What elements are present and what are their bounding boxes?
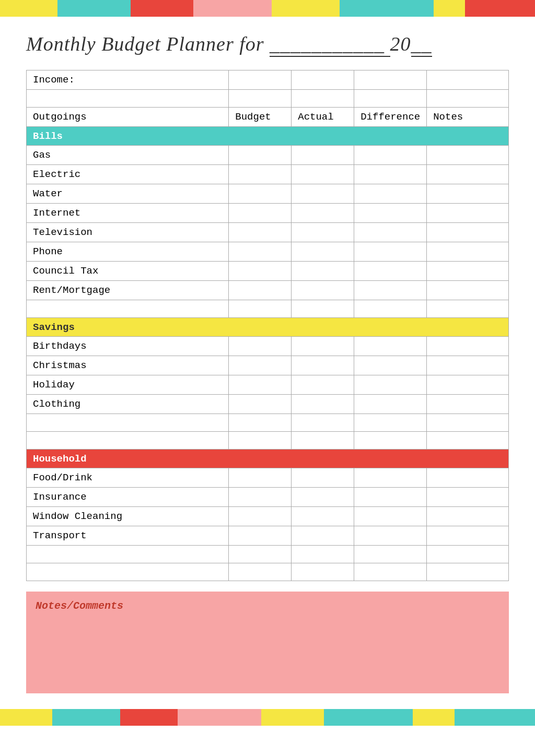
color-block bbox=[455, 709, 535, 726]
bills-label: Bills bbox=[27, 127, 509, 146]
spacer-row bbox=[27, 414, 509, 432]
color-block bbox=[272, 0, 340, 17]
table-row: Holiday bbox=[27, 375, 509, 395]
table-row: Transport bbox=[27, 526, 509, 546]
section-bills-header: Bills bbox=[27, 127, 509, 146]
color-block bbox=[193, 0, 272, 17]
table-row: Internet bbox=[27, 204, 509, 223]
income-budget bbox=[229, 70, 292, 90]
notes-section: Notes/Comments bbox=[26, 592, 509, 693]
household-label: Household bbox=[27, 450, 509, 468]
col-notes: Notes bbox=[427, 108, 509, 127]
section-savings-header: Savings bbox=[27, 318, 509, 337]
page-title: Monthly Budget Planner for ___________ 2… bbox=[26, 32, 509, 55]
row-internet: Internet bbox=[27, 204, 229, 223]
income-actual bbox=[292, 70, 354, 90]
color-block bbox=[52, 709, 120, 726]
notes-body bbox=[36, 617, 499, 685]
budget-table: Income: Outgoings Budget Actual Differen… bbox=[26, 70, 509, 581]
row-birthdays: Birthdays bbox=[27, 337, 229, 356]
table-row: Electric bbox=[27, 165, 509, 184]
spacer-row bbox=[27, 432, 509, 450]
col-difference: Difference bbox=[354, 108, 427, 127]
page: Monthly Budget Planner for ___________ 2… bbox=[0, 0, 535, 756]
color-block bbox=[340, 0, 434, 17]
spacer-row bbox=[27, 300, 509, 318]
col-actual: Actual bbox=[292, 108, 354, 127]
row-clothing: Clothing bbox=[27, 395, 229, 414]
page-content: Monthly Budget Planner for ___________ 2… bbox=[0, 17, 535, 709]
table-row: Gas bbox=[27, 146, 509, 165]
color-bar-bottom bbox=[0, 709, 535, 726]
table-row: Clothing bbox=[27, 395, 509, 414]
title-year-underline: __ bbox=[411, 33, 432, 57]
table-row: Council Tax bbox=[27, 262, 509, 281]
color-block bbox=[0, 0, 57, 17]
table-row: Rent/Mortgage bbox=[27, 281, 509, 300]
row-holiday: Holiday bbox=[27, 375, 229, 395]
table-row: Window Cleaning bbox=[27, 507, 509, 526]
color-block bbox=[261, 709, 324, 726]
row-window-cleaning: Window Cleaning bbox=[27, 507, 229, 526]
row-television: Television bbox=[27, 223, 229, 242]
color-block bbox=[465, 0, 535, 17]
column-header-row: Outgoings Budget Actual Difference Notes bbox=[27, 108, 509, 127]
spacer-row bbox=[27, 546, 509, 563]
income-notes bbox=[427, 70, 509, 90]
color-block bbox=[131, 0, 193, 17]
row-food-drink: Food/Drink bbox=[27, 468, 229, 488]
table-row: Birthdays bbox=[27, 337, 509, 356]
row-rent-mortgage: Rent/Mortgage bbox=[27, 281, 229, 300]
color-bar-top bbox=[0, 0, 535, 17]
color-block bbox=[324, 709, 413, 726]
color-block bbox=[178, 709, 261, 726]
spacer-row bbox=[27, 90, 509, 108]
col-outgoings: Outgoings bbox=[27, 108, 229, 127]
table-row: Phone bbox=[27, 242, 509, 262]
row-phone: Phone bbox=[27, 242, 229, 262]
title-year-prefix: 20 bbox=[390, 33, 411, 55]
row-electric: Electric bbox=[27, 165, 229, 184]
col-budget: Budget bbox=[229, 108, 292, 127]
table-row: Food/Drink bbox=[27, 468, 509, 488]
table-row: Water bbox=[27, 184, 509, 204]
table-row: Television bbox=[27, 223, 509, 242]
spacer-row bbox=[27, 563, 509, 581]
income-row: Income: bbox=[27, 70, 509, 90]
color-block bbox=[120, 709, 178, 726]
title-text: Monthly Budget Planner for bbox=[26, 33, 264, 55]
color-block bbox=[434, 0, 465, 17]
notes-label: Notes/Comments bbox=[36, 600, 499, 612]
row-transport: Transport bbox=[27, 526, 229, 546]
color-block bbox=[413, 709, 455, 726]
row-insurance: Insurance bbox=[27, 488, 229, 507]
table-row: Insurance bbox=[27, 488, 509, 507]
color-block bbox=[57, 0, 131, 17]
row-council-tax: Council Tax bbox=[27, 262, 229, 281]
row-gas: Gas bbox=[27, 146, 229, 165]
title-underline-text: ___________ bbox=[270, 33, 390, 57]
color-block bbox=[0, 709, 52, 726]
table-row: Christmas bbox=[27, 356, 509, 375]
income-diff bbox=[354, 70, 427, 90]
income-label: Income: bbox=[27, 70, 229, 90]
row-christmas: Christmas bbox=[27, 356, 229, 375]
section-household-header: Household bbox=[27, 450, 509, 468]
row-water: Water bbox=[27, 184, 229, 204]
savings-label: Savings bbox=[27, 318, 509, 337]
